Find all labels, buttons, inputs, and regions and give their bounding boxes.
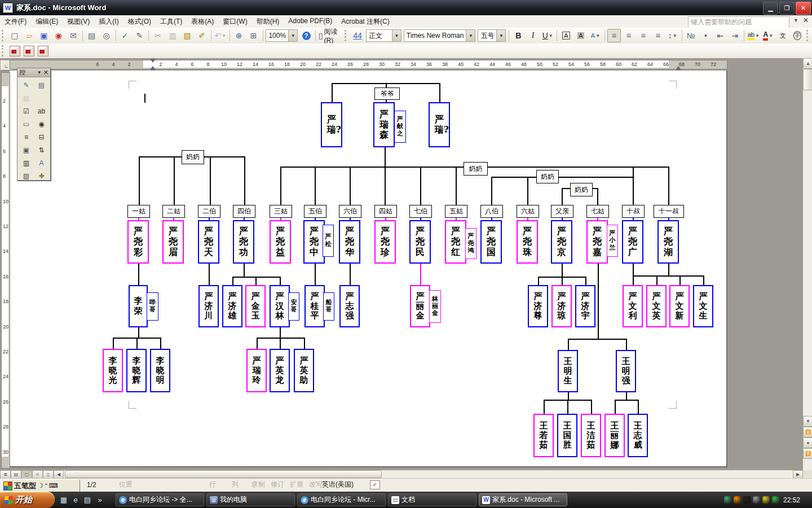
person-box[interactable]: 严济川 xyxy=(198,285,219,327)
person-box[interactable]: 严尧眉 xyxy=(162,220,184,264)
relation-label-box[interactable]: 四伯 xyxy=(233,205,255,218)
list-box-tool[interactable]: ≡ xyxy=(19,130,34,143)
relation-label-box[interactable]: 七姑 xyxy=(586,205,609,218)
person-name: 严瑞森 xyxy=(379,110,389,141)
toggle-button-tool[interactable]: ▣ xyxy=(19,143,34,156)
control-toolbox-panel[interactable]: 控 ▼ ✕ ✎▤▧☑ab▭◉≡⊟▣⇅▥A▨✚ xyxy=(17,68,51,181)
person-box[interactable]: 严尧益 xyxy=(270,220,291,264)
person-box[interactable]: 严丽金 xyxy=(410,285,430,327)
person-box[interactable]: 严瑞? xyxy=(429,102,450,147)
grandmother-label-box[interactable]: 奶奶 xyxy=(464,162,488,176)
view-code-tool[interactable]: ▧ xyxy=(19,91,34,104)
attached-name-box[interactable]: 哔哥 xyxy=(147,292,158,321)
toolbox-close-icon[interactable]: ✕ xyxy=(43,69,48,76)
spin-button-tool[interactable]: ⇅ xyxy=(34,143,49,156)
attached-name-box[interactable]: 严小兰 xyxy=(607,225,618,257)
person-box[interactable]: 李荣 xyxy=(129,285,148,327)
toolbox-dropdown-icon[interactable]: ▼ xyxy=(37,70,42,75)
person-box[interactable]: 严瑞? xyxy=(321,102,342,147)
person-box[interactable]: 王明强 xyxy=(616,350,636,392)
person-box[interactable]: 严尧中 xyxy=(303,220,325,264)
person-box[interactable]: 严尧京 xyxy=(551,220,572,264)
person-box[interactable]: 严文新 xyxy=(669,285,690,327)
relation-label-box[interactable]: 十一叔 xyxy=(654,205,684,218)
attached-name-box[interactable]: 严献之 xyxy=(394,111,406,143)
person-box[interactable]: 严瑞森 xyxy=(373,102,395,147)
person-box[interactable]: 严尧彩 xyxy=(127,220,149,264)
relation-label-box[interactable]: 五姑 xyxy=(445,205,467,218)
person-box[interactable]: 严济琼 xyxy=(551,285,572,327)
relation-label-box[interactable]: 七伯 xyxy=(409,205,432,218)
person-box[interactable]: 严济宇 xyxy=(575,285,595,327)
more-controls-tool[interactable]: ✚ xyxy=(34,169,49,182)
person-box[interactable]: 李晓辉 xyxy=(126,349,147,392)
relation-label-box[interactable]: 八伯 xyxy=(480,205,503,218)
attached-name-box[interactable]: 船哥 xyxy=(323,292,334,321)
person-box[interactable]: 严尧民 xyxy=(409,220,431,264)
attached-name-box[interactable]: 安哥 xyxy=(288,292,299,321)
person-box[interactable]: 严文利 xyxy=(623,285,643,327)
person-name: 王若茹 xyxy=(539,421,548,450)
person-box[interactable]: 严尧红 xyxy=(445,220,466,264)
person-box[interactable]: 严金玉 xyxy=(245,285,266,327)
person-box[interactable]: 严尧湖 xyxy=(657,220,679,264)
person-box[interactable]: 严文生 xyxy=(693,285,713,327)
label-tool[interactable]: A xyxy=(34,156,49,169)
attached-name-box[interactable]: 严松 xyxy=(323,225,334,257)
person-box[interactable]: 王若茹 xyxy=(533,414,554,457)
relation-label-box[interactable]: 父亲 xyxy=(551,205,573,218)
person-box[interactable]: 严尧功 xyxy=(233,220,254,264)
person-box[interactable]: 严文英 xyxy=(646,285,667,327)
person-box[interactable]: 严尧珍 xyxy=(374,220,396,264)
person-box[interactable]: 王丽娜 xyxy=(604,414,625,457)
tree-connector xyxy=(304,338,305,349)
checkbox-tool[interactable]: ☑ xyxy=(19,104,34,117)
person-box[interactable]: 严尧国 xyxy=(480,220,502,264)
relation-label-box[interactable]: 五伯 xyxy=(304,205,326,218)
person-box[interactable]: 严尧天 xyxy=(198,220,219,264)
person-box[interactable]: 严志强 xyxy=(339,285,360,327)
person-box[interactable]: 严汉林 xyxy=(270,285,290,327)
relation-label-box[interactable]: 三姑 xyxy=(270,205,292,218)
combo-box-tool[interactable]: ⊟ xyxy=(34,130,49,143)
scrollbar-tool[interactable]: ▥ xyxy=(19,156,34,169)
relation-label-box[interactable]: 六伯 xyxy=(339,205,361,218)
person-box[interactable]: 李晓光 xyxy=(103,349,123,392)
relation-label-box[interactable]: 十叔 xyxy=(622,205,645,218)
person-box[interactable]: 严尧华 xyxy=(339,220,360,264)
person-box[interactable]: 严尧广 xyxy=(622,220,643,264)
grandmother-label-box[interactable]: 奶奶 xyxy=(570,183,593,196)
relation-label-box[interactable]: 一姑 xyxy=(127,205,150,218)
grandfather-label-box[interactable]: 爷爷 xyxy=(374,87,400,100)
properties-tool[interactable]: ▤ xyxy=(34,78,49,91)
attached-name-box[interactable]: 林丽金 xyxy=(429,290,441,323)
relation-label-box[interactable]: 二伯 xyxy=(198,205,220,218)
tree-connector xyxy=(174,156,175,205)
relation-label-box[interactable]: 四姑 xyxy=(374,205,397,218)
relation-label-box[interactable]: 二姑 xyxy=(162,205,185,218)
person-box[interactable]: 王国胜 xyxy=(557,414,577,457)
tree-connector xyxy=(280,277,281,285)
person-box[interactable]: 严英助 xyxy=(294,349,314,392)
person-box[interactable]: 严瑞玲 xyxy=(246,349,267,392)
attached-name-box[interactable]: 严尧鸿 xyxy=(465,228,476,259)
grandmother-label-box[interactable]: 奶奶 xyxy=(182,150,204,164)
option-button-tool[interactable]: ◉ xyxy=(34,117,49,130)
person-box[interactable]: 严济雄 xyxy=(222,285,242,327)
textbox-tool[interactable]: ab xyxy=(34,104,49,117)
person-box[interactable]: 严桂平 xyxy=(304,285,325,327)
design-mode-tool[interactable]: ✎ xyxy=(19,78,34,91)
person-box[interactable]: 严济尊 xyxy=(528,285,548,327)
person-box[interactable]: 严尧嘉 xyxy=(586,220,608,264)
tree-connector xyxy=(420,264,421,285)
grandmother-label-box[interactable]: 奶奶 xyxy=(536,170,559,183)
person-box[interactable]: 王洁茹 xyxy=(581,414,601,457)
person-box[interactable]: 严尧珠 xyxy=(517,220,538,264)
image-tool[interactable]: ▨ xyxy=(19,169,34,182)
relation-label-box[interactable]: 六姑 xyxy=(517,205,539,218)
command-button-tool[interactable]: ▭ xyxy=(19,117,34,130)
person-box[interactable]: 李晓明 xyxy=(150,349,170,392)
person-box[interactable]: 王志威 xyxy=(628,414,648,457)
person-box[interactable]: 王明生 xyxy=(558,350,578,392)
person-box[interactable]: 严英龙 xyxy=(270,349,290,392)
